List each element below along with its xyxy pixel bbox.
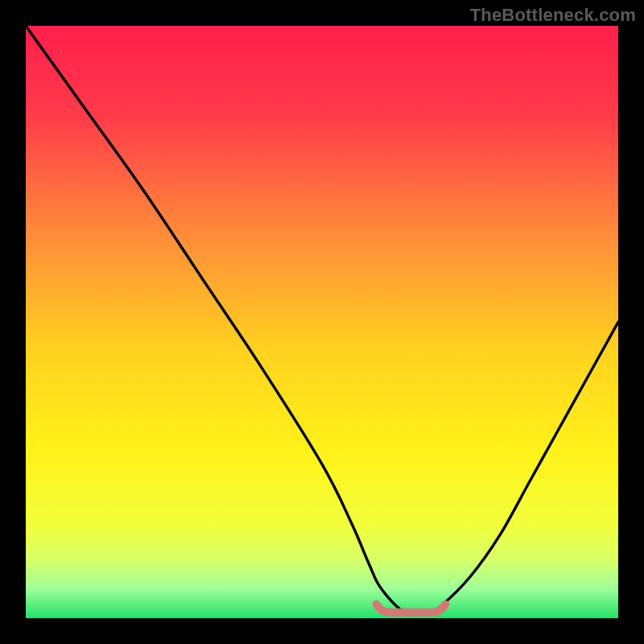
plot-area (26, 26, 618, 618)
valley-marker (377, 605, 446, 613)
data-curve (26, 26, 618, 614)
outer-black-frame: TheBottleneck.com (0, 0, 644, 644)
line-chart (26, 26, 618, 618)
attribution-text: TheBottleneck.com (470, 5, 636, 26)
